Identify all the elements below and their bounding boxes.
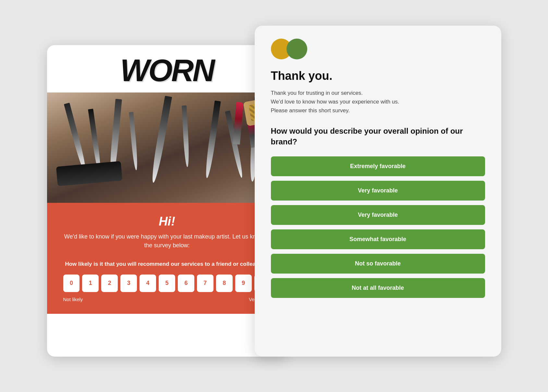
brush-case [56,161,122,186]
lipstick-1 [233,102,243,144]
option-extremely-favorable[interactable]: Extremely favorable [271,156,485,176]
nps-1[interactable]: 1 [82,275,99,292]
not-likely-label: Not likely [63,297,83,302]
makeup-image [47,92,287,203]
brush-5 [150,96,172,183]
thankyou-survey-card: Thank you. Thank you for trusting in our… [255,26,501,357]
brush-4 [129,112,139,171]
logo-area: WORN [47,45,287,92]
nps-3[interactable]: 3 [120,275,137,292]
thank-you-title: Thank you. [271,69,485,83]
option-not-at-all-favorable[interactable]: Not at all favorable [271,278,485,298]
subtitle-line-3: Please answer this short survey. [271,106,485,115]
survey-subtitle: We'd like to know if you were happy with… [63,232,271,250]
survey-section: Hi! We'd like to know if you were happy … [47,203,287,314]
option-somewhat-favorable[interactable]: Somewhat favorable [271,229,485,249]
option-not-so-favorable[interactable]: Not so favorable [271,254,485,274]
nps-labels: Not likely Very likely [63,297,271,302]
nps-2[interactable]: 2 [101,275,118,292]
opinion-options: Extremely favorable Very favorable Very … [271,156,485,298]
nps-6[interactable]: 6 [178,275,194,292]
nps-9[interactable]: 9 [235,275,252,292]
worn-survey-card: WORN Hi! [47,45,287,357]
nps-5[interactable]: 5 [159,275,175,292]
nps-4[interactable]: 4 [140,275,156,292]
subtitle-line-2: We'd love to know how was your experienc… [271,97,485,106]
option-very-favorable-1[interactable]: Very favorable [271,181,485,201]
nps-0[interactable]: 0 [63,275,80,292]
nps-8[interactable]: 8 [216,275,233,292]
brush-1 [64,103,88,173]
greeting: Hi! [63,214,271,228]
brand-logo [271,39,485,59]
brush-6 [182,105,190,167]
nps-7[interactable]: 7 [197,275,213,292]
option-very-favorable-2[interactable]: Very favorable [271,205,485,225]
nps-scale: 0 1 2 3 4 5 6 7 8 9 10 [63,275,271,292]
worn-logo: WORN [60,55,274,86]
subtitle-line-1: Thank you for trusting in our services. [271,89,485,97]
thank-you-subtitle: Thank you for trusting in our services. … [271,89,485,115]
nps-question: How likely is it that you will recommend… [63,260,271,268]
opinion-question: How would you describe your overall opin… [271,126,485,147]
brush-7 [204,101,221,178]
circle-green [286,39,307,59]
